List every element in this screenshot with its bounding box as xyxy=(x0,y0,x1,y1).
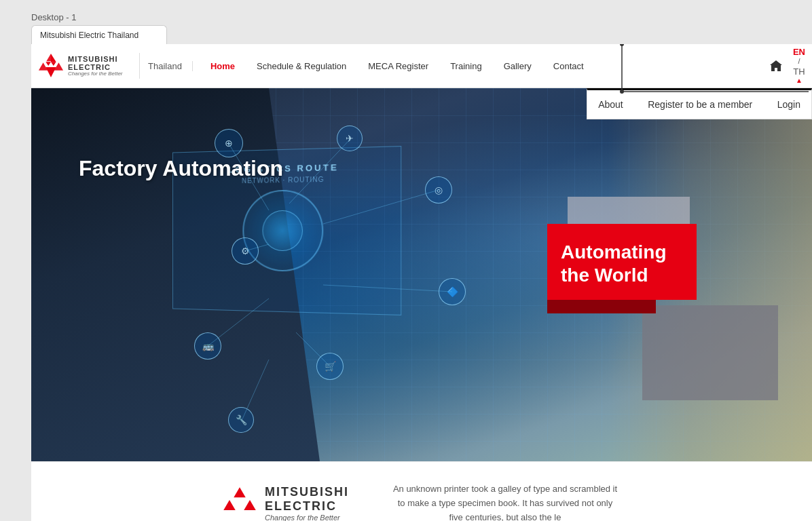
svg-marker-5 xyxy=(45,67,56,77)
brand-name-line1: MITSUBISHI xyxy=(68,55,123,63)
nav-link-meca[interactable]: MECA Register xyxy=(357,61,439,71)
footer-logo-row: MITSUBISHI ELECTRIC Changes for the Bett… xyxy=(223,485,349,521)
nav-right: EN / TH ▲ xyxy=(766,47,805,85)
promo-box: Automating the World xyxy=(547,224,697,300)
promo-line2: the World xyxy=(561,265,648,286)
brand-name-line2: ELECTRIC xyxy=(68,63,123,71)
svg-marker-1 xyxy=(45,62,51,66)
nav-links: Home Schedule & Regulation MECA Register… xyxy=(200,61,766,71)
browser-window: Mitsubishi Electric Thailand xyxy=(31,44,812,521)
hero-title: Factory Automation xyxy=(79,156,283,181)
svg-marker-20 xyxy=(244,500,256,510)
hero-section: LOGISTICS ROUTE NETWORK · ROUTING ⊕ ✈ ◎ … xyxy=(31,88,812,461)
dropdown-menu: About Register to be a member Login xyxy=(587,88,812,119)
svg-marker-7 xyxy=(39,62,48,70)
svg-marker-19 xyxy=(223,500,236,510)
tech-icon-5: 🔷 xyxy=(439,278,466,305)
svg-marker-8 xyxy=(54,62,63,70)
lang-arrow-icon: ▲ xyxy=(796,77,802,85)
logo-area: MITSUBISHI ELECTRIC Changes for the Bett… xyxy=(38,53,140,79)
dropdown-item-login[interactable]: Login xyxy=(767,94,811,115)
footer-logo-icon xyxy=(223,486,257,520)
nav-link-schedule[interactable]: Schedule & Regulation xyxy=(246,61,357,71)
promo-accent xyxy=(547,300,656,313)
country-label: Thailand xyxy=(148,61,193,71)
tech-icon-3: ◎ xyxy=(425,176,452,204)
svg-marker-6 xyxy=(46,54,55,61)
promo-text: Automating the World xyxy=(561,241,683,286)
tab-label: Mitsubishi Electric Thailand xyxy=(40,31,139,40)
home-icon-button[interactable] xyxy=(766,56,786,76)
nav-link-training[interactable]: Training xyxy=(439,61,492,71)
desktop-label: Desktop - 1 xyxy=(31,12,76,22)
lang-en: EN xyxy=(793,47,805,58)
nav-link-contact[interactable]: Contact xyxy=(542,61,595,71)
logo-text: MITSUBISHI ELECTRIC Changes for the Bett… xyxy=(68,55,123,77)
footer-brand-line2: ELECTRIC xyxy=(265,499,349,514)
footer-logo: MITSUBISHI ELECTRIC Changes for the Bett… xyxy=(223,485,349,521)
dropdown-item-about[interactable]: About xyxy=(587,94,634,115)
lang-sep: / xyxy=(798,57,800,66)
tech-icon-8: 🔧 xyxy=(228,407,254,433)
browser-tab[interactable]: Mitsubishi Electric Thailand xyxy=(31,25,167,44)
tech-icon-6: 🚌 xyxy=(194,332,221,360)
promo-line1: Automating xyxy=(561,242,667,263)
tech-icon-1: ⊕ xyxy=(215,129,243,157)
language-switcher[interactable]: EN / TH ▲ xyxy=(793,47,805,85)
browser-tab-bar: Mitsubishi Electric Thailand xyxy=(31,22,812,44)
footer-description: An unknown printer took a galley of type… xyxy=(390,482,621,521)
tech-icon-7: 🛒 xyxy=(316,353,344,380)
footer-tagline: Changes for the Better xyxy=(265,514,349,521)
lang-th: TH xyxy=(793,66,805,77)
brand-tagline: Changes for the Better xyxy=(68,71,123,77)
svg-marker-9 xyxy=(770,60,782,71)
grey-box-bottom xyxy=(642,305,778,400)
footer-brand-line1: MITSUBISHI xyxy=(265,485,349,499)
nav-link-home[interactable]: Home xyxy=(200,61,246,71)
dropdown-item-register[interactable]: Register to be a member xyxy=(637,94,763,115)
tech-circle-inner xyxy=(262,210,302,251)
home-icon xyxy=(769,58,783,73)
nav-link-gallery[interactable]: Gallery xyxy=(493,61,542,71)
footer-brand-text: MITSUBISHI ELECTRIC Changes for the Bett… xyxy=(265,485,349,521)
tech-icon-2: ✈ xyxy=(337,126,363,151)
footer-section: MITSUBISHI ELECTRIC Changes for the Bett… xyxy=(31,461,812,521)
navbar: MITSUBISHI ELECTRIC Changes for the Bett… xyxy=(31,44,812,88)
svg-marker-18 xyxy=(234,487,246,497)
svg-marker-2 xyxy=(51,62,56,66)
mitsubishi-logo-icon xyxy=(38,53,64,79)
tech-icon-4: ⚙ xyxy=(232,237,259,265)
